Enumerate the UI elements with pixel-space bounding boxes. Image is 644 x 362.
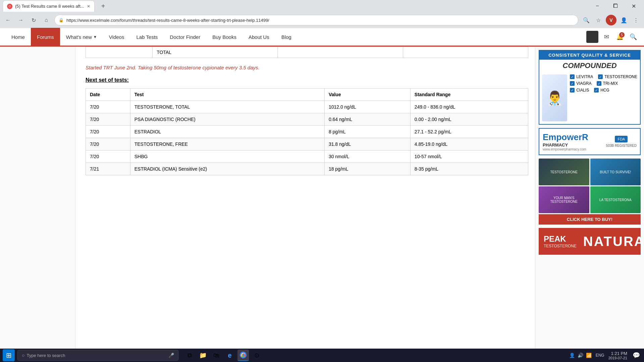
- cell-date: 7/20: [86, 126, 130, 138]
- taskbar: ⊞ ○ Type here to search 🎤 ⧉ 📁 🛍 e ⊙ 👤 🔊 …: [0, 349, 644, 362]
- check-cialis: ✓ CIALIS ✓ HCG: [570, 88, 637, 93]
- ad-compounded[interactable]: CONSISTENT QUALITY & SERVICE COMPOUNDED …: [539, 50, 641, 125]
- language-indicator: ENG: [596, 353, 604, 358]
- check-icon-2: ✓: [598, 74, 603, 79]
- taskbar-right-section: 👤 🔊 📶 ENG 1:21 PM 2019-07-21 💬: [569, 350, 641, 360]
- table-row: 7/20 TESTOSTERONE, TOTAL 1012.0 ng/dL 24…: [86, 101, 528, 113]
- cell-value: 0.64 ng/mL: [324, 113, 410, 126]
- nav-blog[interactable]: Blog: [275, 28, 298, 46]
- edge-icon[interactable]: e: [224, 350, 235, 361]
- extension-icon[interactable]: V: [606, 15, 616, 25]
- action-center-icon[interactable]: 💬: [631, 350, 641, 360]
- start-button[interactable]: ⊞: [3, 349, 15, 361]
- close-button[interactable]: ✕: [626, 0, 641, 12]
- cell-test: ESTRADIOL (ICMA) Sensitive (e2): [130, 163, 324, 175]
- bookmark-icon[interactable]: ☆: [594, 15, 603, 25]
- file-explorer-icon[interactable]: 📁: [197, 350, 209, 361]
- registered-text: 503B REGISTERED: [606, 144, 637, 147]
- tab-close-button[interactable]: ✕: [87, 4, 90, 9]
- task-view-button[interactable]: ⧉: [184, 350, 195, 361]
- col-value: Value: [324, 88, 410, 101]
- home-button[interactable]: ⌂: [42, 15, 51, 25]
- peak-natural: NATURAL: [583, 234, 644, 249]
- section-heading: Next set of tests:: [86, 77, 528, 83]
- ad-peak[interactable]: PEAK TESTOSTERONE NATURAL: [539, 228, 641, 255]
- col-test: Test: [130, 88, 324, 101]
- check-viagra: ✓ VIAGRA ✓ TRI-MIX: [570, 81, 637, 86]
- cell-test: SHBG: [130, 150, 324, 163]
- cell-date: 7/20: [86, 113, 130, 126]
- new-tab-button[interactable]: +: [97, 2, 109, 10]
- mail-icon[interactable]: ✉: [601, 32, 612, 42]
- cell-date: 7/20: [86, 101, 130, 113]
- system-tray-icons: 👤 🔊 📶: [569, 353, 592, 358]
- profile-icon[interactable]: 👤: [619, 15, 629, 25]
- taskbar-search-bar[interactable]: ○ Type here to search 🎤: [17, 350, 178, 361]
- check-levitra: ✓ LEVITRA ✓ TESTOSTERONE: [570, 74, 637, 79]
- cell-value: 8 pg/mL: [324, 126, 410, 138]
- table-row: 7/20 SHBG 30 nmol/L 10-57 nmol/L: [86, 150, 528, 163]
- book-1: TESTOSTERONE: [539, 159, 589, 185]
- table-row: 7/20 PSA DIAGNOSTIC (ROCHE) 0.64 ng/mL 0…: [86, 113, 528, 126]
- nav-home[interactable]: Home: [5, 28, 31, 46]
- nav-whats-new[interactable]: What's new ▼: [60, 28, 103, 46]
- minimize-button[interactable]: −: [590, 0, 605, 12]
- taskbar-search-icon: ○: [22, 353, 24, 358]
- nav-forums[interactable]: Forums: [31, 28, 60, 46]
- nav-lab-tests[interactable]: Lab Tests: [130, 28, 164, 46]
- peak-logo: PEAK: [544, 234, 577, 244]
- cell-range: 27.1 - 52.2 pg/mL: [410, 126, 528, 138]
- nav-buy-books[interactable]: Buy Books: [206, 28, 243, 46]
- url-bar[interactable]: 🔒 https://www.excelmale.com/forum/thread…: [54, 15, 578, 25]
- cell-range: 4.85-19.0 ng/dL: [410, 138, 528, 150]
- cell-range: 249.0 - 836.0 ng/dL: [410, 101, 528, 113]
- check-icon-4: ✓: [597, 81, 601, 86]
- empower-logo-block: EmpowerR PHARMACY www.empowerpharmacy.co…: [543, 132, 588, 151]
- test-results-table: Date Test Value Standard Range 7/20 TEST…: [86, 88, 528, 175]
- check-label-2: TESTOSTERONE: [604, 74, 637, 79]
- partial-date-cell: [86, 47, 153, 58]
- nav-about-us[interactable]: About Us: [243, 28, 275, 46]
- forward-button[interactable]: →: [16, 15, 25, 25]
- books-cta-button[interactable]: CLICK HERE TO BUY!: [539, 214, 641, 225]
- cell-range: 0.00 - 2.00 ng/mL: [410, 113, 528, 126]
- table-header-row: Date Test Value Standard Range: [86, 88, 528, 101]
- partial-table-top: TOTAL: [86, 47, 528, 58]
- intro-text: Started TRT June 2nd. Taking 50mg of tes…: [86, 65, 528, 70]
- back-button[interactable]: ←: [3, 15, 13, 25]
- address-bar: ← → ↻ ⌂ 🔒 https://www.excelmale.com/foru…: [0, 12, 644, 28]
- peak-logo-sub: TESTOSTERONE: [544, 244, 577, 248]
- check-label: LEVITRA: [576, 74, 593, 79]
- book-4: LA TESTOSTERONA: [590, 186, 641, 213]
- ad-empower[interactable]: EmpowerR PHARMACY www.empowerpharmacy.co…: [539, 128, 641, 155]
- nav-doctor-finder[interactable]: Doctor Finder: [164, 28, 206, 46]
- nav-videos[interactable]: Videos: [103, 28, 130, 46]
- menu-icon[interactable]: ⋮: [631, 15, 641, 25]
- sidebar-right: CONSISTENT QUALITY & SERVICE COMPOUNDED …: [535, 47, 644, 349]
- search-toolbar-icon[interactable]: 🔍: [582, 15, 591, 25]
- chrome-icon[interactable]: [237, 350, 249, 361]
- user-avatar[interactable]: [586, 31, 598, 43]
- store-icon[interactable]: 🛍: [211, 350, 222, 361]
- site-navigation: Home Forums What's new ▼ Videos Lab Test…: [0, 28, 644, 47]
- url-text: https://www.excelmale.com/forum/threads/…: [66, 18, 574, 23]
- title-bar: ⊙ (5) Test Results came 8 weeks aft... ✕…: [0, 0, 644, 12]
- maximize-button[interactable]: ⧠: [608, 0, 623, 12]
- notifications-icon[interactable]: 🔔 5: [614, 32, 625, 42]
- ad-books[interactable]: TESTOSTERONE BUILT TO SURVIVE! YOUR MAN'…: [539, 159, 641, 225]
- clock[interactable]: 1:21 PM 2019-07-21: [608, 351, 627, 360]
- check-icon: ✓: [570, 74, 575, 79]
- app-6-icon[interactable]: ⊙: [251, 350, 262, 361]
- ad-compounded-header: CONSISTENT QUALITY & SERVICE: [539, 51, 640, 60]
- check-icon-3: ✓: [570, 81, 575, 86]
- browser-tab[interactable]: ⊙ (5) Test Results came 8 weeks aft... ✕: [3, 0, 95, 12]
- col-date: Date: [86, 88, 130, 101]
- nav-right-icons: ✉ 🔔 5 🔍: [586, 31, 639, 43]
- refresh-button[interactable]: ↻: [29, 15, 38, 25]
- fda-badge: FDA: [615, 136, 628, 142]
- site-search-icon[interactable]: 🔍: [628, 32, 639, 42]
- col-range: Standard Range: [410, 88, 528, 101]
- table-row: 7/20 TESTOSTERONE, FREE 31.8 ng/dL 4.85-…: [86, 138, 528, 150]
- partial-test-cell: TOTAL: [153, 47, 278, 58]
- browser-window: ⊙ (5) Test Results came 8 weeks aft... ✕…: [0, 0, 644, 349]
